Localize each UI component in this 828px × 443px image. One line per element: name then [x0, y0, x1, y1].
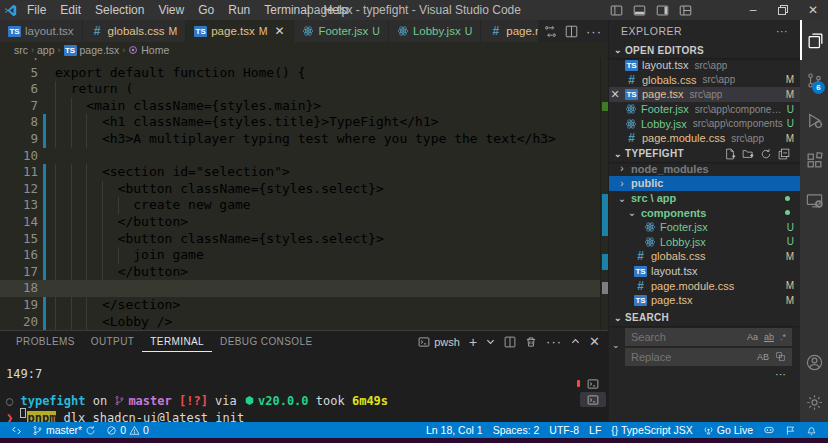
tree-item-page.module.css[interactable]: #page.module.cssM — [609, 278, 800, 293]
toggle-sidebar-right-icon[interactable] — [656, 4, 669, 17]
toggle-panel-icon[interactable] — [633, 4, 646, 17]
whole-word-icon[interactable]: ab — [762, 331, 776, 343]
split-terminal-icon[interactable] — [504, 336, 516, 348]
menu-run[interactable]: Run — [221, 0, 257, 20]
copilot-status-icon[interactable] — [758, 422, 780, 438]
panel-more-actions-icon[interactable]: ··· — [546, 334, 562, 349]
breadcrumb-item-src[interactable]: src — [14, 44, 28, 56]
tree-item-globals.css[interactable]: #globals.cssM — [609, 249, 800, 264]
preserve-case-icon[interactable]: AB — [755, 351, 771, 363]
terminal-dropdown-icon[interactable] — [486, 337, 495, 346]
kill-terminal-icon[interactable] — [525, 336, 537, 348]
tree-item-page.tsx[interactable]: TSpage.tsxM — [609, 293, 800, 308]
search-input[interactable] — [631, 331, 743, 343]
problems-status[interactable]: 00 — [101, 422, 154, 438]
tree-item-components[interactable]: ⌄components — [609, 205, 800, 220]
status-spaces-2[interactable]: Spaces: 2 — [488, 422, 545, 438]
tab-page.module.css[interactable]: #page.module.cssM — [481, 20, 538, 42]
open-editor-Lobby.jsx[interactable]: Lobby.jsxsrc\app\componentsU — [609, 116, 800, 131]
code-line-4[interactable]: 4 — [0, 58, 608, 65]
search-section-header[interactable]: ⌄SEARCH — [609, 310, 800, 326]
replace-input[interactable] — [631, 351, 753, 363]
code-line-12[interactable]: 12<button className={styles.select}> — [0, 181, 608, 198]
menu-view[interactable]: View — [151, 0, 191, 20]
activity-run-debug-icon[interactable] — [800, 100, 828, 140]
panel-tab-terminal[interactable]: TERMINAL — [142, 331, 212, 352]
project-section-header[interactable]: ⌄TYPEFIGHT — [609, 146, 800, 162]
open-editor-Footer.jsx[interactable]: Footer.jsxsrc\app\componentsU — [609, 102, 800, 117]
code-line-15[interactable]: 15<button className={styles.select}> — [0, 231, 608, 248]
code-line-19[interactable]: 19</section> — [0, 297, 608, 314]
code-line-20[interactable]: 20<Lobby /> — [0, 314, 608, 331]
split-editor-icon[interactable] — [565, 25, 578, 38]
tree-item-public[interactable]: ›public — [609, 176, 800, 191]
close-panel-icon[interactable]: ✕ — [589, 334, 600, 349]
close-button[interactable]: ✕ — [798, 0, 828, 20]
code-line-13[interactable]: 13create new game — [0, 197, 608, 214]
panel-tab-debug-console[interactable]: DEBUG CONSOLE — [212, 331, 320, 352]
open-changes-icon[interactable] — [544, 25, 557, 38]
code-editor[interactable]: 45export default function Home() {6retur… — [0, 58, 608, 330]
tab-close-icon[interactable]: ✕ — [273, 24, 285, 38]
menu-go[interactable]: Go — [191, 0, 221, 20]
menu-edit[interactable]: Edit — [53, 0, 88, 20]
customize-layout-icon[interactable] — [679, 4, 692, 17]
status-ln-18-col-1[interactable]: Ln 18, Col 1 — [421, 422, 488, 438]
code-line-11[interactable]: 11<section id="selection"> — [0, 164, 608, 181]
notifications-bell-icon[interactable] — [801, 422, 822, 438]
editor-more-actions-icon[interactable]: ··· — [586, 24, 602, 39]
code-line-7[interactable]: 7<main className={styles.main}> — [0, 98, 608, 115]
open-editor-page.tsx[interactable]: ✕TSpage.tsxsrc\appM — [609, 87, 800, 102]
language-mode[interactable]: {}TypeScript JSX — [606, 422, 697, 438]
prettier-status-icon[interactable] — [780, 422, 801, 438]
new-terminal-icon[interactable]: + — [469, 334, 477, 350]
tree-item-Lobby.jsx[interactable]: Lobby.jsxU — [609, 235, 800, 250]
code-line-6[interactable]: 6return ( — [0, 81, 608, 98]
collapse-all-icon[interactable] — [778, 148, 790, 160]
explorer-more-actions-icon[interactable]: ··· — [776, 25, 788, 37]
breadcrumb-item-page.tsx[interactable]: TSpage.tsx — [64, 44, 120, 56]
menu-file[interactable]: File — [20, 0, 53, 20]
toggle-sidebar-left-icon[interactable] — [610, 4, 623, 17]
menu-selection[interactable]: Selection — [88, 0, 151, 20]
code-line-8[interactable]: 8<h1 className={styles.title}>TypeFight<… — [0, 114, 608, 131]
breadcrumb-item-app[interactable]: app — [37, 44, 55, 56]
tab-globals.css[interactable]: #globals.cssM — [83, 20, 187, 42]
terminal-instance-1[interactable] — [580, 376, 606, 391]
activity-extensions-icon[interactable] — [800, 140, 828, 180]
tree-item-node-modules[interactable]: ›node_modules — [609, 162, 800, 177]
search-more-icon[interactable]: ··· — [609, 368, 800, 380]
open-editor-globals.css[interactable]: #globals.csssrc\appM — [609, 73, 800, 88]
panel-tab-problems[interactable]: PROBLEMS — [8, 331, 83, 352]
tab-layout.tsx[interactable]: TSlayout.tsx — [0, 20, 83, 42]
new-file-icon[interactable] — [724, 148, 736, 160]
activity-source-control-icon[interactable]: 6 — [800, 60, 828, 100]
tab-page.tsx[interactable]: TSpage.tsxM✕ — [186, 20, 294, 42]
overview-ruler[interactable] — [600, 58, 608, 330]
git-branch-status[interactable]: master* — [27, 422, 101, 438]
code-line-17[interactable]: 17</button> — [0, 264, 608, 281]
tab-Footer.jsx[interactable]: Footer.jsxU — [294, 20, 388, 42]
maximize-panel-icon[interactable] — [571, 337, 580, 346]
tree-item-src-app[interactable]: ⌄src \ app — [609, 191, 800, 206]
activity-account-icon[interactable] — [800, 342, 828, 382]
code-line-14[interactable]: 14</button> — [0, 214, 608, 231]
open-editors-header[interactable]: ⌄OPEN EDITORS — [609, 42, 800, 58]
toggle-replace-icon[interactable]: ⌄ — [612, 340, 620, 350]
open-editor-layout.tsx[interactable]: TSlayout.tsxsrc\app — [609, 58, 800, 73]
code-line-16[interactable]: 16join game — [0, 247, 608, 264]
refresh-icon[interactable] — [760, 148, 772, 160]
remote-indicator[interactable] — [6, 422, 27, 438]
terminal[interactable]: 149:7○ typefight on master [!?] via v20.… — [0, 352, 608, 422]
activity-settings-icon[interactable] — [800, 382, 828, 422]
new-folder-icon[interactable] — [742, 148, 754, 160]
code-line-18[interactable]: 18 — [0, 280, 608, 297]
terminal-shell-selector[interactable]: pwsh — [418, 336, 460, 348]
match-case-icon[interactable]: Aa — [745, 331, 760, 343]
code-line-10[interactable]: 10 — [0, 148, 608, 165]
panel-tab-output[interactable]: OUTPUT — [83, 331, 143, 352]
activity-explorer-icon[interactable] — [800, 20, 828, 60]
status-utf-8[interactable]: UTF-8 — [544, 422, 584, 438]
activity-remote-explorer-icon[interactable] — [800, 180, 828, 220]
open-editor-page.module.css[interactable]: #page.module.csssrc\appM — [609, 131, 800, 146]
